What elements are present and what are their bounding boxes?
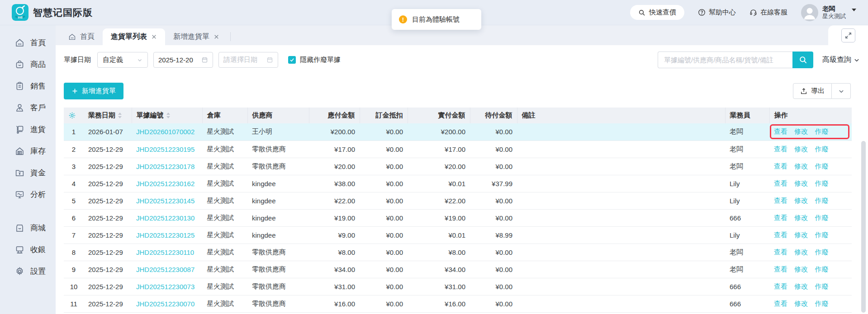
new-purchase-button[interactable]: 新增進貨單 <box>64 83 123 99</box>
view-link[interactable]: 查看 <box>774 248 787 256</box>
tab[interactable]: 進貨單列表 <box>103 28 165 45</box>
bill-number-link[interactable]: JHD202512230130 <box>136 214 194 222</box>
table-row[interactable]: 11 2025-12-29 JHD202512230070 星火測試 零散供應商… <box>64 295 852 312</box>
sidebar-item[interactable]: 庫存 <box>0 140 56 162</box>
void-link[interactable]: 作廢 <box>815 248 828 256</box>
sidebar-item[interactable]: 商品 <box>0 53 56 75</box>
edit-link[interactable]: 修改 <box>794 282 808 290</box>
column-header[interactable]: 待付金額 <box>470 108 517 123</box>
view-link[interactable]: 查看 <box>774 300 787 307</box>
expand-fullscreen-button[interactable] <box>841 28 855 42</box>
void-link[interactable]: 作廢 <box>815 197 828 204</box>
void-link[interactable]: 作廢 <box>815 145 828 153</box>
advanced-query-link[interactable]: 高級查詢 <box>822 55 860 65</box>
sidebar-item[interactable]: 銷售 <box>0 75 56 97</box>
edit-link[interactable]: 修改 <box>794 214 808 221</box>
online-service-link[interactable]: 在線客服 <box>749 8 787 17</box>
search-button[interactable] <box>792 52 813 68</box>
view-link[interactable]: 查看 <box>774 265 787 273</box>
tab[interactable]: 首頁 <box>60 28 103 45</box>
table-row[interactable]: 1 2026-01-07 JHD202601070002 星火測試 王小明 ¥2… <box>64 123 852 141</box>
export-button[interactable]: 導出 <box>793 83 832 99</box>
checkbox-checked-icon[interactable] <box>288 56 296 64</box>
table-row[interactable]: 5 2025-12-29 JHD202512230145 星火測試 kingde… <box>64 192 852 209</box>
void-link[interactable]: 作廢 <box>815 300 828 307</box>
sidebar-item[interactable]: 資金 <box>0 162 56 183</box>
sort-icon[interactable] <box>166 112 170 118</box>
edit-link[interactable]: 修改 <box>794 145 808 153</box>
table-row[interactable]: 9 2025-12-29 JHD202512230087 星火測試 零散供應商 … <box>64 261 852 278</box>
tab[interactable]: 新增進貨單 <box>165 28 228 45</box>
close-icon[interactable] <box>151 34 157 40</box>
edit-link[interactable]: 修改 <box>794 248 808 256</box>
view-link[interactable]: 查看 <box>774 231 787 239</box>
sidebar-item[interactable]: 收銀 <box>0 239 56 260</box>
user-menu[interactable]: 老闆 星火測試 <box>801 4 856 21</box>
bill-number-link[interactable]: JHD202512230125 <box>136 231 194 239</box>
column-settings-header[interactable] <box>64 108 84 123</box>
view-link[interactable]: 查看 <box>774 179 787 187</box>
view-link[interactable]: 查看 <box>774 145 787 153</box>
bill-number-link[interactable]: JHD202512230070 <box>136 300 194 308</box>
sidebar-item[interactable]: 商城 <box>0 217 56 239</box>
edit-link[interactable]: 修改 <box>794 300 808 307</box>
table-row[interactable]: 8 2025-12-29 JHD202512230110 星火測試 零散供應商 … <box>64 244 852 261</box>
sidebar-item[interactable]: 首頁 <box>0 32 56 53</box>
bill-number-link[interactable]: JHD202512230178 <box>136 163 194 170</box>
view-link[interactable]: 查看 <box>774 282 787 290</box>
sort-icon[interactable] <box>118 112 122 118</box>
void-link[interactable]: 作廢 <box>815 282 828 290</box>
edit-link[interactable]: 修改 <box>794 265 808 273</box>
table-row[interactable]: 10 2025-12-29 JHD202512230073 星火測試 零散供應商… <box>64 278 852 295</box>
view-link[interactable]: 查看 <box>774 162 787 170</box>
void-link[interactable]: 作廢 <box>815 265 828 273</box>
date-to-input[interactable]: 請選擇日期 <box>218 52 278 68</box>
bill-number-link[interactable]: JHD202512230110 <box>136 248 194 256</box>
void-link[interactable]: 作廢 <box>815 214 828 221</box>
void-link[interactable]: 作廢 <box>815 162 828 170</box>
sidebar-item[interactable]: 進貨 <box>0 118 56 140</box>
column-header[interactable]: 單據編號 <box>132 108 202 123</box>
column-header[interactable]: 備註 <box>517 108 725 123</box>
column-header[interactable]: 供應商 <box>247 108 309 123</box>
view-link[interactable]: 查看 <box>774 127 787 135</box>
sidebar-item[interactable]: 分析 <box>0 183 56 205</box>
edit-link[interactable]: 修改 <box>794 179 808 187</box>
table-row[interactable]: 3 2025-12-29 JHD202512230178 星火測試 零散供應商 … <box>64 158 852 175</box>
column-header[interactable]: 業務日期 <box>84 108 132 123</box>
column-header[interactable]: 業務員 <box>725 108 769 123</box>
bill-number-link[interactable]: JHD202512230162 <box>136 180 194 187</box>
edit-link[interactable]: 修改 <box>794 162 808 170</box>
column-header[interactable]: 應付金額 <box>309 108 360 123</box>
column-header[interactable]: 訂金抵扣 <box>360 108 408 123</box>
bill-number-link[interactable]: JHD202601070002 <box>136 128 194 136</box>
date-from-input[interactable]: 2025-12-20 <box>153 52 213 68</box>
help-center-link[interactable]: 幫助中心 <box>698 8 736 17</box>
table-row[interactable]: 7 2025-12-29 JHD202512230125 星火測試 kingde… <box>64 226 852 244</box>
table-row[interactable]: 4 2025-12-29 JHD202512230162 星火測試 kingde… <box>64 175 852 192</box>
table-row[interactable]: 6 2025-12-29 JHD202512230130 星火測試 kingde… <box>64 209 852 226</box>
date-mode-select[interactable]: 自定義 <box>97 52 148 68</box>
close-icon[interactable] <box>213 34 219 40</box>
table-scrollbar[interactable] <box>861 141 866 313</box>
edit-link[interactable]: 修改 <box>794 197 808 204</box>
table-row[interactable]: 2 2025-12-29 JHD202512230195 星火測試 零散供應商 … <box>64 141 852 158</box>
bill-number-link[interactable]: JHD202512230073 <box>136 283 194 291</box>
void-link[interactable]: 作廢 <box>815 127 828 135</box>
export-dropdown-button[interactable] <box>832 83 851 99</box>
bill-number-link[interactable]: JHD202512230195 <box>136 145 194 153</box>
column-header[interactable]: 操作 <box>769 108 852 123</box>
view-link[interactable]: 查看 <box>774 197 787 204</box>
void-link[interactable]: 作廢 <box>815 231 828 239</box>
bill-number-link[interactable]: JHD202512230145 <box>136 197 194 205</box>
hide-voided-checkbox-wrap[interactable]: 隱藏作廢單據 <box>288 56 341 64</box>
edit-link[interactable]: 修改 <box>794 231 808 239</box>
sidebar-item[interactable]: 客戶 <box>0 97 56 118</box>
void-link[interactable]: 作廢 <box>815 179 828 187</box>
bill-number-link[interactable]: JHD202512230087 <box>136 266 194 273</box>
search-input[interactable] <box>658 52 792 68</box>
view-link[interactable]: 查看 <box>774 214 787 221</box>
quick-quote-button[interactable]: 快速查價 <box>630 5 684 20</box>
column-header[interactable]: 實付金額 <box>408 108 470 123</box>
column-header[interactable]: 倉庫 <box>202 108 247 123</box>
